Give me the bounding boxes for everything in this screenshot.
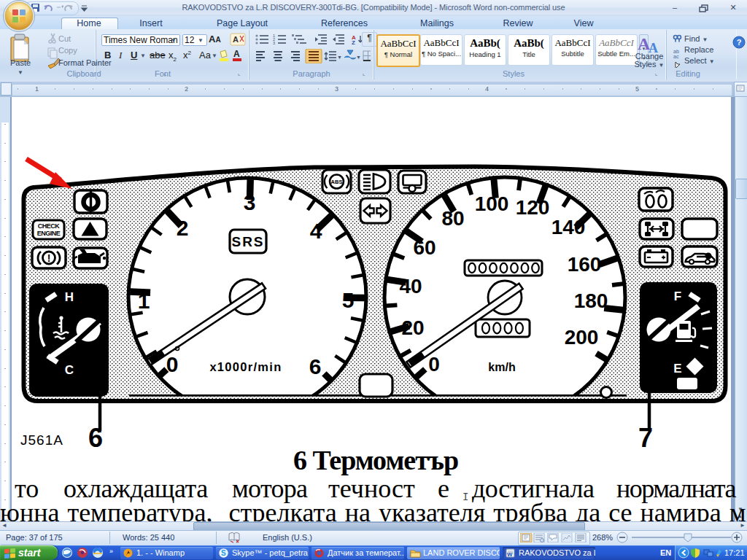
svg-text:C: C — [65, 363, 74, 377]
svg-text:2: 2 — [177, 216, 189, 240]
svg-text:1: 1 — [138, 289, 150, 313]
svg-text:200: 200 — [565, 326, 599, 349]
svg-text:100: 100 — [475, 192, 509, 215]
svg-text:0: 0 — [428, 353, 440, 376]
svg-text:?: ? — [737, 38, 742, 47]
svg-text:Z: Z — [352, 39, 355, 46]
svg-text:20: 20 — [401, 316, 424, 339]
svg-text:ENGINE: ENGINE — [37, 230, 61, 237]
svg-text:▼: ▼ — [356, 55, 361, 60]
svg-text:0: 0 — [166, 352, 179, 376]
svg-text:140: 140 — [551, 216, 586, 238]
svg-text:CHECK: CHECK — [38, 222, 61, 230]
svg-text:SRS: SRS — [231, 234, 264, 249]
svg-text:4: 4 — [310, 219, 322, 243]
svg-text:6: 6 — [309, 354, 322, 378]
svg-text:ac: ac — [673, 54, 679, 59]
svg-text:!: ! — [47, 252, 51, 264]
svg-text:x1000r/min: x1000r/min — [209, 360, 282, 373]
svg-text:ABS: ABS — [331, 179, 343, 185]
svg-text:3: 3 — [273, 41, 275, 45]
svg-text:5: 5 — [342, 288, 355, 312]
svg-text:3: 3 — [244, 190, 256, 214]
svg-text:F: F — [674, 289, 681, 303]
svg-text:E: E — [673, 362, 681, 376]
svg-text:W: W — [507, 551, 513, 558]
svg-text:120: 120 — [516, 196, 550, 219]
svg-text:160: 160 — [568, 253, 602, 276]
svg-text:km/h: km/h — [488, 361, 515, 373]
svg-text:A: A — [233, 50, 240, 59]
svg-text:S: S — [221, 549, 226, 557]
svg-text:H: H — [65, 290, 74, 304]
svg-text:40: 40 — [399, 275, 422, 298]
svg-text:ab: ab — [673, 49, 679, 54]
svg-text:»: » — [109, 548, 113, 555]
svg-text:80: 80 — [441, 207, 464, 230]
svg-text:A: A — [233, 35, 239, 44]
svg-text:▼: ▼ — [337, 55, 342, 60]
svg-text:180: 180 — [574, 289, 608, 312]
svg-text:60: 60 — [413, 236, 436, 259]
